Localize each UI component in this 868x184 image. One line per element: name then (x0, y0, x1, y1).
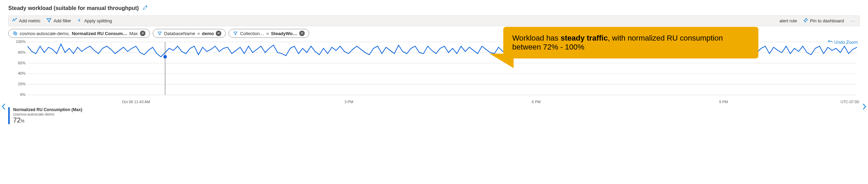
cosmos-icon (13, 31, 18, 36)
svg-text:40%: 40% (18, 71, 26, 75)
add-metric-button[interactable]: + Add metric (12, 18, 40, 24)
svg-text:80%: 80% (18, 50, 26, 54)
x-tick-3: 6 PM (532, 100, 541, 104)
close-icon[interactable]: ✕ (299, 31, 305, 36)
legend-value: 72 (13, 116, 21, 124)
callout-bold: steady traffic (561, 34, 608, 42)
filter1-field: DatabaseName (164, 31, 195, 36)
legend-unit: % (21, 119, 24, 123)
callout-prefix: Workload has (512, 34, 561, 42)
close-icon[interactable]: ✕ (216, 31, 221, 36)
apply-splitting-label: Apply splitting (84, 18, 112, 23)
filter-icon (157, 31, 162, 36)
pin-to-dashboard-button[interactable]: Pin to dashboard (803, 18, 844, 24)
pin-icon (803, 18, 808, 24)
edit-title-icon[interactable] (142, 5, 148, 11)
splitting-icon (77, 18, 82, 24)
toolbar-overflow-button[interactable]: ··· (850, 18, 856, 23)
svg-point-4 (15, 33, 16, 34)
add-filter-label: Add filter (53, 18, 71, 23)
x-tick-start: Oct 08 11:43 AM (122, 100, 150, 104)
page-title: Steady workload (suitable for manual thr… (8, 5, 139, 11)
next-chevron-icon[interactable] (862, 103, 867, 112)
filter-icon: + (47, 18, 51, 24)
svg-text:20%: 20% (18, 82, 26, 86)
svg-text:+: + (50, 18, 51, 20)
svg-text:60%: 60% (18, 61, 26, 65)
filter2-field: Collection… (240, 31, 264, 36)
filter-pill-database[interactable]: DatabaseName = demo ✕ (153, 29, 226, 38)
x-axis: Oct 08 11:43 AM 3 PM 6 PM 9 PM UTC-07:00 (8, 98, 860, 105)
filter1-op: = (197, 31, 200, 36)
apply-splitting-button[interactable]: Apply splitting (77, 18, 112, 24)
metric-pill-agg: Max (129, 31, 138, 36)
new-alert-rule-button[interactable]: alert rule (779, 18, 797, 23)
svg-text:+: + (13, 18, 14, 20)
close-icon[interactable]: ✕ (140, 31, 145, 36)
filter-icon (233, 31, 238, 36)
prev-chevron-icon[interactable] (1, 103, 6, 112)
svg-point-18 (163, 55, 167, 58)
svg-text:0%: 0% (20, 93, 26, 97)
legend-resource: cosmos-autoscale-demo (13, 112, 860, 116)
filter2-value: SteadyWo… (271, 31, 297, 36)
legend-metric: Normalized RU Consumption (Max) (13, 107, 860, 112)
svg-text:100%: 100% (16, 40, 26, 44)
metric-pill-name: Normalized RU Consum… (72, 31, 127, 36)
callout-tail-icon (489, 54, 514, 68)
annotation-callout: Workload has steady traffic, with normal… (503, 27, 758, 58)
x-tick-2: 3 PM (344, 100, 353, 104)
filter-pill-collection[interactable]: Collection… = SteadyWo… ✕ (229, 29, 309, 38)
add-metric-label: Add metric (19, 18, 40, 23)
metrics-toolbar: + Add metric + Add filter Apply splittin… (8, 15, 860, 26)
add-filter-button[interactable]: + Add filter (47, 18, 71, 24)
alert-rule-label: alert rule (779, 18, 797, 23)
timezone-label: UTC-07:00 (840, 100, 859, 104)
chart-legend[interactable]: Normalized RU Consumption (Max) cosmos-a… (8, 107, 860, 124)
x-tick-4: 9 PM (719, 100, 728, 104)
pin-label: Pin to dashboard (810, 18, 844, 23)
ellipsis-icon: ··· (850, 18, 856, 23)
filter2-op: = (266, 31, 269, 36)
add-metric-icon: + (12, 18, 17, 24)
metric-pill-resource: cosmos-autoscale-demo, (20, 31, 70, 36)
filter1-value: demo (202, 31, 214, 36)
metric-pill[interactable]: cosmos-autoscale-demo, Normalized RU Con… (8, 29, 150, 38)
